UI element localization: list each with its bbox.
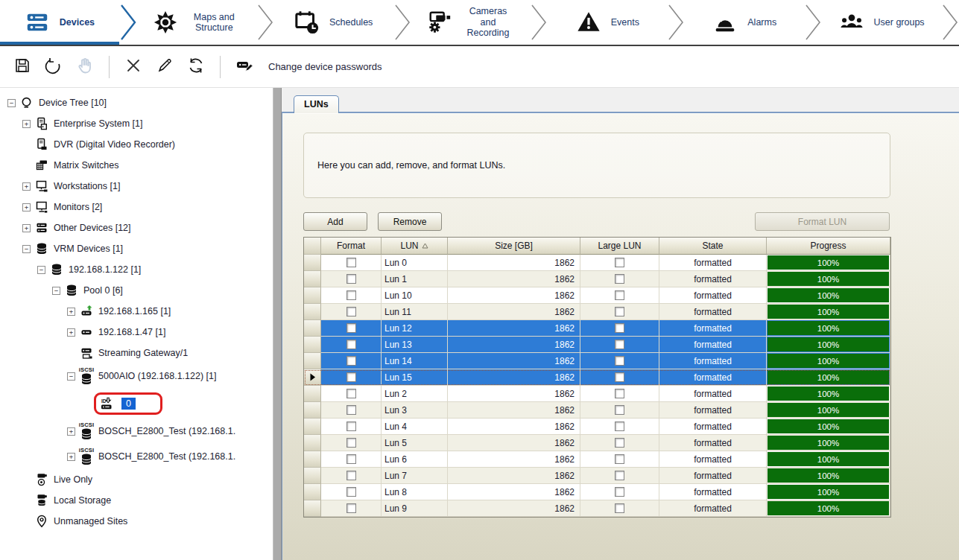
table-row-lun-2[interactable]: Lun 21862formatted100% xyxy=(304,386,890,402)
row-header-cell[interactable] xyxy=(304,320,321,337)
panel-splitter[interactable] xyxy=(273,88,282,560)
tree-item-5000aio-192-168-1-122-1[interactable]: −iSCSI5000AIO (192.168.1.122) [1] xyxy=(0,363,273,389)
large-lun-checkbox[interactable] xyxy=(615,405,624,415)
format-checkbox[interactable] xyxy=(346,323,356,333)
expand-icon[interactable]: + xyxy=(67,308,75,316)
format-checkbox[interactable] xyxy=(346,372,356,382)
expand-icon[interactable]: + xyxy=(22,120,31,128)
tree-item-device-tree-10[interactable]: −Device Tree [10] xyxy=(0,92,273,113)
format-checkbox[interactable] xyxy=(346,454,356,464)
nav-tab-user-groups[interactable]: User groups xyxy=(822,0,941,45)
table-row-lun-14[interactable]: Lun 141862formatted100% xyxy=(304,353,890,369)
tree-item-local-storage[interactable]: Local Storage xyxy=(0,490,273,511)
tree-item-other-devices-12[interactable]: +Other Devices [12] xyxy=(0,217,273,238)
row-header-cell[interactable] xyxy=(304,386,321,402)
format-checkbox[interactable] xyxy=(346,503,356,513)
table-row-lun-4[interactable]: Lun 41862formatted100% xyxy=(304,419,890,435)
tree-item-enterprise-system-1[interactable]: +Enterprise System [1] xyxy=(0,113,273,134)
tree-item-192-168-1-165-1[interactable]: +192.168.1.165 [1] xyxy=(0,301,273,322)
tree-item-streaming-gateway-1[interactable]: Streaming Gateway/1 xyxy=(0,343,273,363)
large-lun-checkbox[interactable] xyxy=(615,307,624,316)
table-row-lun-13[interactable]: Lun 131862formatted100% xyxy=(304,337,890,353)
nav-tab-alarms[interactable]: Alarms xyxy=(685,0,804,45)
tab-luns[interactable]: LUNs xyxy=(294,95,339,113)
large-lun-checkbox[interactable] xyxy=(615,503,624,513)
table-row-lun-12[interactable]: Lun 121862formatted100% xyxy=(304,320,890,337)
tree-item-vrm-devices-1[interactable]: −VRM Devices [1] xyxy=(0,238,273,259)
tree-item-pool-0-6[interactable]: −Pool 0 [6] xyxy=(0,280,273,301)
large-lun-checkbox[interactable] xyxy=(615,340,624,349)
collapse-icon[interactable]: − xyxy=(67,372,75,381)
toolbar-rename-button[interactable] xyxy=(151,54,178,80)
large-lun-checkbox[interactable] xyxy=(615,258,624,267)
row-header-cell[interactable] xyxy=(304,402,321,419)
format-checkbox[interactable] xyxy=(346,438,356,448)
format-checkbox[interactable] xyxy=(346,356,356,366)
collapse-icon[interactable]: − xyxy=(52,287,60,295)
add-button[interactable]: Add xyxy=(303,212,367,231)
tree-item-0[interactable]: ID0 xyxy=(0,389,273,419)
format-checkbox[interactable] xyxy=(346,258,356,267)
nav-tab-devices[interactable]: Devices xyxy=(0,0,119,45)
tree-item-bosch-e2800-test-192-168-1[interactable]: +iSCSIBOSCH_E2800_Test (192.168.1. xyxy=(0,444,273,469)
column-header-large-lun[interactable]: Large LUN xyxy=(580,238,659,255)
expand-icon[interactable]: + xyxy=(67,328,75,337)
column-header-progress[interactable]: Progress xyxy=(767,238,890,255)
toolbar-change-device-passwords-button[interactable] xyxy=(231,54,258,80)
row-header-cell[interactable] xyxy=(304,287,321,304)
tree-rename-editbox[interactable]: 0 xyxy=(121,396,154,411)
row-header-cell[interactable] xyxy=(304,419,321,435)
table-row-lun-0[interactable]: Lun 01862formatted100% xyxy=(304,255,890,271)
nav-tab-schedules[interactable]: Schedules xyxy=(274,0,393,45)
table-row-lun-7[interactable]: Lun 71862formatted100% xyxy=(304,468,890,484)
row-header-cell[interactable] xyxy=(304,337,321,353)
large-lun-checkbox[interactable] xyxy=(615,421,624,431)
column-header-state[interactable]: State xyxy=(659,238,767,255)
expand-icon[interactable]: + xyxy=(67,427,75,436)
table-row-lun-8[interactable]: Lun 81862formatted100% xyxy=(304,484,890,500)
toolbar-undo-button[interactable] xyxy=(40,54,67,80)
nav-tab-cameras-and-recording[interactable]: Cameras and Recording xyxy=(411,0,531,45)
large-lun-checkbox[interactable] xyxy=(615,274,624,284)
tree-item-bosch-e2800-test-192-168-1[interactable]: +iSCSIBOSCH_E2800_Test (192.168.1. xyxy=(0,419,273,444)
table-row-lun-5[interactable]: Lun 51862formatted100% xyxy=(304,435,890,451)
tree-item-live-only[interactable]: Live Only xyxy=(0,469,273,490)
large-lun-checkbox[interactable] xyxy=(615,471,624,480)
format-checkbox[interactable] xyxy=(346,389,356,398)
row-header-cell[interactable] xyxy=(304,271,321,287)
tree-item-workstations-1[interactable]: +Workstations [1] xyxy=(0,176,273,197)
format-checkbox[interactable] xyxy=(346,471,356,480)
format-checkbox[interactable] xyxy=(346,290,356,300)
table-row-lun-10[interactable]: Lun 101862formatted100% xyxy=(304,287,890,304)
large-lun-checkbox[interactable] xyxy=(615,389,624,398)
large-lun-checkbox[interactable] xyxy=(615,323,624,333)
collapse-icon[interactable]: − xyxy=(7,99,16,107)
expand-icon[interactable]: + xyxy=(22,182,31,191)
tree-item-dvr-digital-video-recorder[interactable]: DVR (Digital Video Recorder) xyxy=(0,134,273,155)
table-row-lun-15[interactable]: Lun 151862formatted100% xyxy=(304,369,890,386)
large-lun-checkbox[interactable] xyxy=(615,454,624,464)
row-header-cell[interactable] xyxy=(304,468,321,484)
large-lun-checkbox[interactable] xyxy=(615,290,624,300)
tree-item-192-168-1-122-1[interactable]: −192.168.1.122 [1] xyxy=(0,259,273,280)
table-row-lun-6[interactable]: Lun 61862formatted100% xyxy=(304,451,890,468)
collapse-icon[interactable]: − xyxy=(37,266,45,274)
toolbar-activate-button[interactable] xyxy=(72,54,98,80)
expand-icon[interactable]: + xyxy=(67,453,75,461)
column-header-format[interactable]: Format xyxy=(321,238,382,255)
nav-tab-events[interactable]: Events xyxy=(548,0,667,45)
column-header-size-gb[interactable]: Size [GB] xyxy=(448,238,580,255)
expand-icon[interactable]: + xyxy=(22,203,31,211)
format-checkbox[interactable] xyxy=(346,405,356,415)
row-header-cell[interactable] xyxy=(304,353,321,369)
table-row-lun-1[interactable]: Lun 11862formatted100% xyxy=(304,271,890,287)
format-checkbox[interactable] xyxy=(346,274,356,284)
row-header-cell[interactable] xyxy=(304,435,321,451)
format-checkbox[interactable] xyxy=(346,421,356,431)
table-row-lun-3[interactable]: Lun 31862formatted100% xyxy=(304,402,890,419)
row-header-cell[interactable] xyxy=(304,451,321,468)
format-checkbox[interactable] xyxy=(346,307,356,316)
large-lun-checkbox[interactable] xyxy=(615,372,624,382)
table-row-lun-11[interactable]: Lun 111862formatted100% xyxy=(304,304,890,320)
format-checkbox[interactable] xyxy=(346,340,356,349)
